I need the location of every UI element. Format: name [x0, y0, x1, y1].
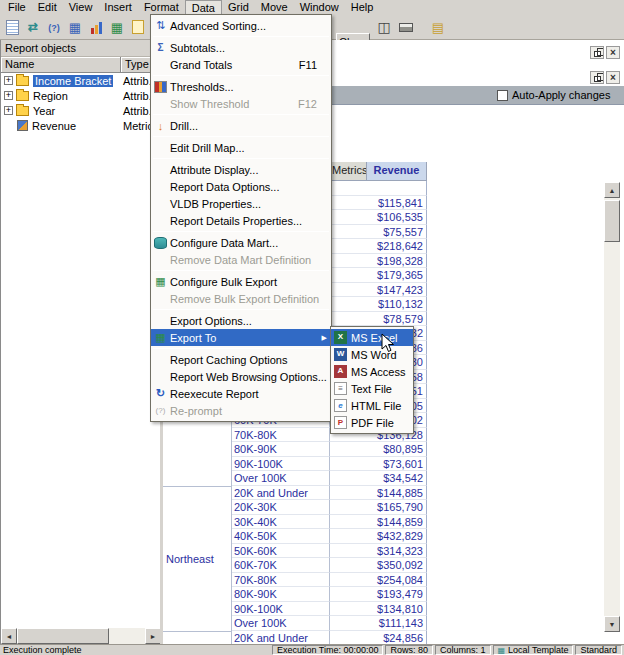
restore-window-icon[interactable]: [590, 46, 604, 59]
revenue-cell[interactable]: $350,092: [330, 558, 427, 573]
menu-item-edit-drill-map[interactable]: Edit Drill Map...: [151, 139, 331, 156]
region-cell[interactable]: [163, 631, 231, 645]
menu-item-configure-data-mart[interactable]: Configure Data Mart...: [151, 234, 331, 251]
scroll-left-button[interactable]: ◄: [1, 628, 17, 644]
menu-item-vldb-properties[interactable]: VLDB Properties...: [151, 195, 331, 212]
revenue-cell[interactable]: $80,895: [330, 442, 427, 457]
graph-view-icon[interactable]: [86, 17, 106, 37]
tree-item-year[interactable]: +YearAttrib...: [1, 103, 160, 118]
reprompt-toolbar-icon[interactable]: [44, 17, 64, 37]
income-bracket-cell[interactable]: 80K-90K: [232, 442, 330, 457]
expand-icon[interactable]: +: [4, 106, 13, 115]
scroll-down-button[interactable]: ▼: [604, 616, 620, 632]
scrollbar-thumb[interactable]: [604, 200, 620, 242]
expand-icon[interactable]: +: [4, 91, 13, 100]
revenue-cell[interactable]: $134,810: [330, 602, 427, 617]
revenue-cell[interactable]: $314,323: [330, 544, 427, 559]
region-cell[interactable]: Northeast: [163, 486, 231, 631]
menu-item-advanced-sorting[interactable]: Advanced Sorting...: [151, 17, 331, 34]
revenue-cell[interactable]: $193,479: [330, 587, 427, 602]
menu-move[interactable]: Move: [255, 0, 294, 15]
revenue-cell[interactable]: $254,084: [330, 573, 427, 588]
print-preview-icon[interactable]: [374, 17, 394, 37]
revenue-cell[interactable]: $198,328: [330, 254, 427, 269]
menu-item-subtotals[interactable]: Subtotals...: [151, 39, 331, 56]
revenue-cell[interactable]: $144,885: [330, 486, 427, 501]
menu-item-reexecute-report[interactable]: Reexecute Report: [151, 385, 331, 402]
revenue-cell[interactable]: $179,365: [330, 268, 427, 283]
revenue-cell[interactable]: $110,132: [330, 297, 427, 312]
panel-horizontal-scrollbar[interactable]: ◄ ►: [1, 628, 161, 644]
tree-item-revenue[interactable]: RevenueMetric: [1, 118, 160, 133]
column-header-name[interactable]: Name: [1, 57, 121, 73]
design-view-icon[interactable]: [128, 17, 148, 37]
income-bracket-cell[interactable]: 40K-50K: [232, 529, 330, 544]
expand-icon[interactable]: +: [4, 76, 13, 85]
income-bracket-cell[interactable]: 70K-80K: [232, 573, 330, 588]
menu-item-export-options[interactable]: Export Options...: [151, 312, 331, 329]
tree-item-region[interactable]: +RegionAttrib...: [1, 88, 160, 103]
income-bracket-cell[interactable]: Over 100K: [232, 616, 330, 631]
grid-graph-view-icon[interactable]: [107, 17, 127, 37]
report-template-icon[interactable]: [2, 17, 22, 37]
swap-axes-icon[interactable]: [23, 17, 43, 37]
menu-edit[interactable]: Edit: [32, 0, 63, 15]
export-toolbar-icon[interactable]: [428, 17, 448, 37]
menu-window[interactable]: Window: [294, 0, 345, 15]
revenue-cell[interactable]: $115,841: [330, 196, 427, 211]
income-bracket-cell[interactable]: 80K-90K: [232, 587, 330, 602]
menu-grid[interactable]: Grid: [222, 0, 255, 15]
revenue-cell[interactable]: $24,856: [330, 631, 427, 645]
scrollbar-track[interactable]: [604, 198, 620, 616]
income-bracket-cell[interactable]: Over 100K: [232, 471, 330, 486]
close-document-icon[interactable]: ×: [606, 71, 620, 84]
revenue-cell[interactable]: $73,601: [330, 457, 427, 472]
scroll-up-button[interactable]: ▲: [604, 182, 620, 198]
submenu-item-ms-excel[interactable]: MS Excel: [331, 329, 413, 346]
menu-item-report-web-browsing-options[interactable]: Report Web Browsing Options...: [151, 368, 331, 385]
menu-item-drill[interactable]: Drill...: [151, 117, 331, 134]
menu-item-grand-totals[interactable]: Grand TotalsF11: [151, 56, 331, 73]
close-window-icon[interactable]: ×: [606, 46, 620, 59]
revenue-cell[interactable]: $218,642: [330, 239, 427, 254]
revenue-cell[interactable]: $147,423: [330, 283, 427, 298]
vertical-scrollbar[interactable]: ▲ ▼: [604, 182, 620, 632]
tree-item-income-bracket[interactable]: +Income BracketAttrib...: [1, 73, 160, 88]
menu-view[interactable]: View: [63, 0, 99, 15]
scrollbar-track[interactable]: [17, 628, 145, 644]
menu-data[interactable]: Data: [185, 0, 222, 15]
revenue-cell[interactable]: $144,859: [330, 515, 427, 530]
menu-item-report-data-options[interactable]: Report Data Options...: [151, 178, 331, 195]
menu-item-report-details-properties[interactable]: Report Details Properties...: [151, 212, 331, 229]
menu-file[interactable]: File: [2, 0, 32, 15]
menu-item-configure-bulk-export[interactable]: Configure Bulk Export: [151, 273, 331, 290]
scroll-right-button[interactable]: ►: [145, 628, 161, 644]
auto-apply-checkbox[interactable]: [497, 90, 508, 101]
revenue-cell[interactable]: $34,542: [330, 471, 427, 486]
income-bracket-cell[interactable]: 20K and Under: [232, 631, 330, 645]
revenue-cell[interactable]: $75,557: [330, 225, 427, 240]
revenue-cell[interactable]: $165,790: [330, 500, 427, 515]
menu-help[interactable]: Help: [345, 0, 380, 15]
revenue-header-cell[interactable]: Revenue: [367, 162, 427, 181]
menu-item-thresholds[interactable]: Thresholds...: [151, 78, 331, 95]
submenu-item-html-file[interactable]: HTML File: [331, 397, 413, 414]
revenue-cell[interactable]: [330, 181, 427, 196]
income-bracket-cell[interactable]: 20K and Under: [232, 486, 330, 501]
submenu-item-ms-word[interactable]: MS Word: [331, 346, 413, 363]
submenu-item-ms-access[interactable]: MS Access: [331, 363, 413, 380]
grid-view-icon[interactable]: [65, 17, 85, 37]
revenue-cell[interactable]: $78,579: [330, 312, 427, 327]
submenu-item-pdf-file[interactable]: PDF File: [331, 414, 413, 431]
submenu-item-text-file[interactable]: Text File: [331, 380, 413, 397]
income-bracket-cell[interactable]: 30K-40K: [232, 515, 330, 530]
revenue-cell[interactable]: $106,535: [330, 210, 427, 225]
income-bracket-cell[interactable]: 20K-30K: [232, 500, 330, 515]
menu-item-export-to[interactable]: Export To▶: [151, 329, 331, 346]
print-icon[interactable]: [396, 17, 416, 37]
income-bracket-cell[interactable]: 60K-70K: [232, 558, 330, 573]
scrollbar-thumb[interactable]: [17, 628, 109, 644]
income-bracket-cell[interactable]: 70K-80K: [232, 428, 330, 443]
revenue-cell[interactable]: $111,143: [330, 616, 427, 631]
menu-format[interactable]: Format: [138, 0, 185, 15]
